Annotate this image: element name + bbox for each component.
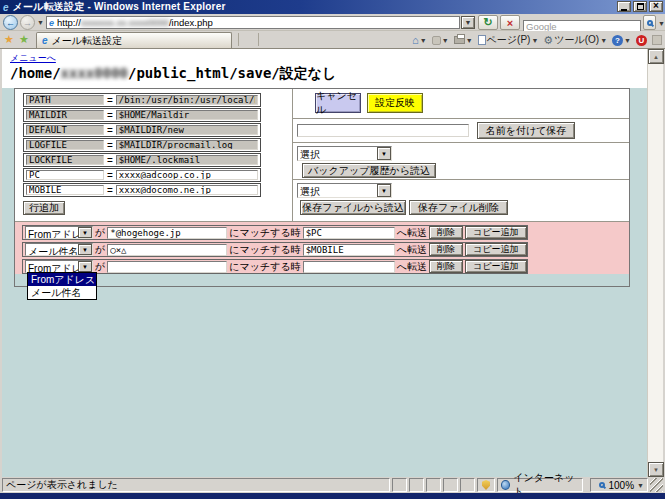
delete-rule-button[interactable]: 削除 <box>429 260 463 273</box>
url-dropdown-button[interactable]: ▼ <box>461 16 475 29</box>
stop-button[interactable]: × <box>500 15 520 30</box>
field-select-dropdown-list: Fromアドレス メール件名 <box>27 272 97 300</box>
config-row-maildir: = <box>23 108 261 122</box>
chevron-down-icon[interactable]: ▼ <box>78 244 92 255</box>
minimize-button[interactable] <box>617 1 631 12</box>
back-button[interactable]: ← <box>3 15 18 30</box>
page-title: /home/xxxx0000/public_html/save/設定なし <box>10 65 336 83</box>
nav-history-dropdown-icon[interactable]: ▼ <box>37 19 44 26</box>
chevron-down-icon[interactable]: ▼ <box>377 147 391 160</box>
favorites-star-icon[interactable]: ★ <box>4 33 14 46</box>
add-favorite-icon[interactable]: ★ <box>19 33 29 46</box>
rule-dest-input[interactable] <box>303 244 395 256</box>
config-name-input[interactable] <box>26 185 104 195</box>
copy-rule-button[interactable]: コピー追加 <box>465 243 527 256</box>
delete-rule-button[interactable]: 削除 <box>429 226 463 239</box>
add-row-button[interactable]: 行追加 <box>23 201 65 215</box>
cancel-button[interactable]: キャンセル <box>315 93 361 113</box>
load-backup-button[interactable]: バックアップ履歴から読込 <box>302 163 436 178</box>
page-menu-button[interactable]: ページ(P)▼ <box>478 33 539 47</box>
chevron-down-icon[interactable]: ▼ <box>78 261 92 272</box>
rule-dest-input[interactable] <box>303 261 395 273</box>
copy-rule-button[interactable]: コピー追加 <box>465 260 527 273</box>
url-field[interactable]: e http://xxxxxxx.xx.xxxx0000/index.php <box>46 16 460 29</box>
save-as-button[interactable]: 名前を付けて保存 <box>477 122 575 139</box>
search-button[interactable] <box>643 15 656 30</box>
config-name-input[interactable] <box>26 170 104 180</box>
search-options-dropdown-icon[interactable]: ▼ <box>658 20 665 27</box>
dropdown-option-from-address[interactable]: Fromアドレス <box>28 273 96 286</box>
maximize-button[interactable] <box>633 1 647 12</box>
rule-dest-input[interactable] <box>303 227 395 239</box>
delete-rule-button[interactable]: 削除 <box>429 243 463 256</box>
window-bottom-edge <box>0 493 665 499</box>
tab-mail-forward-settings[interactable]: e メール転送設定 <box>36 32 232 48</box>
scroll-up-button[interactable]: ▲ <box>648 49 664 64</box>
chevron-down-icon[interactable]: ▼ <box>377 184 391 197</box>
printer-icon <box>454 36 465 44</box>
address-bar: ← → ▼ e http://xxxxxxx.xx.xxxx0000/index… <box>0 14 665 31</box>
delete-saved-file-button[interactable]: 保存ファイル削除 <box>409 200 508 215</box>
save-name-input[interactable] <box>297 124 469 137</box>
saved-file-select[interactable]: 選択 ▼ <box>297 183 392 198</box>
tools-menu-label: ツール(O) <box>554 33 599 47</box>
url-prefix: http:// <box>57 17 81 28</box>
config-name-input[interactable] <box>26 140 104 150</box>
tab-favicon: e <box>42 35 48 46</box>
config-name-input[interactable] <box>26 110 104 120</box>
equals-label: = <box>107 110 113 121</box>
help-button[interactable]: ?▼ <box>612 35 631 46</box>
config-value-input[interactable] <box>116 140 258 150</box>
config-value-input[interactable] <box>116 110 258 120</box>
addon-button[interactable]: U <box>636 35 647 46</box>
rule-pattern-input[interactable] <box>107 227 227 239</box>
status-bar: ページが表示されました インターネット 100% ▼ <box>0 477 665 493</box>
config-row-lockfile: = <box>23 153 261 167</box>
forward-button[interactable]: → <box>20 15 35 30</box>
resize-grip[interactable] <box>650 478 663 492</box>
scroll-down-button[interactable]: ▼ <box>648 462 664 477</box>
config-name-input[interactable] <box>26 95 104 105</box>
research-button[interactable] <box>652 35 662 45</box>
rule-field-select[interactable]: Fromアドレス ▼ <box>25 226 93 239</box>
page-content: メニューへ /home/xxxx0000/public_html/save/設定… <box>2 49 647 477</box>
url-redacted: xxxxxxx.xx.xxxx0000 <box>81 17 169 28</box>
url-suffix: /index.php <box>169 17 213 28</box>
home-button[interactable]: ⌂▼ <box>412 34 427 46</box>
gear-icon: ⚙ <box>543 34 553 47</box>
vertical-scrollbar[interactable]: ▲ ▼ <box>647 49 663 477</box>
refresh-button[interactable]: ↻ <box>478 15 498 30</box>
zoom-control[interactable]: 100% ▼ <box>590 478 648 492</box>
apply-settings-button[interactable]: 設定反映 <box>367 93 423 113</box>
page-menu-label: ページ(P) <box>487 33 531 47</box>
rule-pattern-input[interactable] <box>107 261 227 273</box>
feeds-button[interactable]: ▼ <box>432 36 449 45</box>
settings-form: = = = = = <box>14 88 630 287</box>
forward-label: へ転送 <box>397 260 427 274</box>
security-zone: インターネット <box>497 478 583 492</box>
config-value-input[interactable] <box>116 170 258 180</box>
heading-suffix: /public_html/save/設定なし <box>128 65 336 81</box>
rule-pattern-input[interactable] <box>107 244 227 256</box>
backup-history-select[interactable]: 選択 ▼ <box>297 146 392 161</box>
print-button[interactable]: ▼ <box>454 36 473 44</box>
close-button[interactable]: × <box>649 1 663 12</box>
config-name-input[interactable] <box>26 155 104 165</box>
config-value-input[interactable] <box>116 125 258 135</box>
config-name-input[interactable] <box>26 125 104 135</box>
config-value-input[interactable] <box>116 185 258 195</box>
config-row-pc: = <box>23 168 261 182</box>
zoom-dropdown-icon[interactable]: ▼ <box>637 482 644 489</box>
config-value-input[interactable] <box>116 95 258 105</box>
copy-rule-button[interactable]: コピー追加 <box>465 226 527 239</box>
dropdown-option-subject[interactable]: メール件名 <box>28 286 96 299</box>
tools-menu-button[interactable]: ⚙ツール(O)▼ <box>543 33 607 47</box>
load-saved-file-button[interactable]: 保存ファイルから読込 <box>300 200 406 215</box>
chevron-down-icon[interactable]: ▼ <box>78 227 92 238</box>
rule-field-select[interactable]: メール件名 ▼ <box>25 243 93 256</box>
home-icon: ⌂ <box>412 34 419 46</box>
ga-label: が <box>95 226 105 240</box>
equals-label: = <box>107 170 113 181</box>
menu-link[interactable]: メニューへ <box>10 52 56 65</box>
config-value-input[interactable] <box>116 155 258 165</box>
